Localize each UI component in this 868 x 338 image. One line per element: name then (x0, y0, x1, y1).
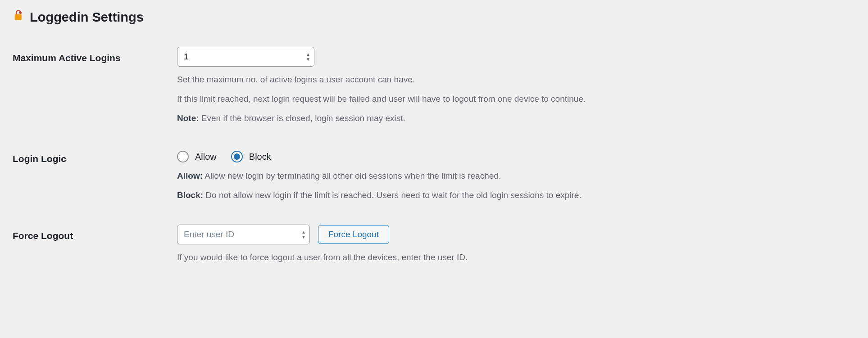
force-logout-button[interactable]: Force Logout (318, 225, 389, 244)
max-logins-note-text: Even if the browser is closed, login ses… (199, 113, 405, 123)
login-logic-allow-radio[interactable] (177, 151, 189, 162)
max-logins-note: Note: Even if the browser is closed, log… (177, 112, 851, 125)
max-logins-note-label: Note: (177, 113, 199, 123)
max-logins-desc-1: Set the maximum no. of active logins a u… (177, 73, 851, 86)
force-logout-field[interactable]: ▲▼ (177, 225, 310, 244)
force-logout-description: If you would like to force logout a user… (177, 251, 851, 264)
max-logins-description: Set the maximum no. of active logins a u… (177, 73, 851, 125)
login-logic-label: Login Logic (13, 148, 173, 225)
max-logins-desc-2: If this limit reached, next login reques… (177, 92, 851, 105)
login-logic-description: Allow: Allow new login by terminating al… (177, 169, 851, 202)
login-logic-block-bold: Block: (177, 190, 203, 200)
page-title-text: Loggedin Settings (30, 8, 144, 27)
login-logic-block-desc: Block: Do not allow new login if the lim… (177, 189, 851, 202)
login-logic-allow-option[interactable]: Allow (195, 150, 217, 163)
login-logic-block-text: Do not allow new login if the limit is r… (203, 190, 582, 200)
lock-icon (13, 8, 25, 27)
spinner-arrows-icon[interactable]: ▲▼ (306, 52, 310, 61)
login-logic-block-radio[interactable] (231, 151, 243, 162)
login-logic-block-option[interactable]: Block (249, 150, 271, 163)
svg-point-1 (19, 12, 22, 14)
max-logins-label: Maximum Active Logins (13, 47, 173, 148)
login-logic-allow-text: Allow new login by terminating all other… (203, 171, 501, 180)
force-logout-label: Force Logout (13, 225, 173, 264)
login-logic-allow-bold: Allow: (177, 171, 203, 180)
spinner-arrows-icon[interactable]: ▲▼ (301, 230, 306, 239)
max-logins-field[interactable]: ▲▼ (177, 47, 314, 67)
force-logout-desc-text: If you would like to force logout a user… (177, 251, 851, 264)
page-title: Loggedin Settings (13, 8, 855, 27)
login-logic-allow-desc: Allow: Allow new login by terminating al… (177, 169, 851, 182)
max-logins-input[interactable] (184, 52, 299, 62)
svg-rect-0 (15, 14, 22, 20)
force-logout-input[interactable] (184, 230, 294, 239)
